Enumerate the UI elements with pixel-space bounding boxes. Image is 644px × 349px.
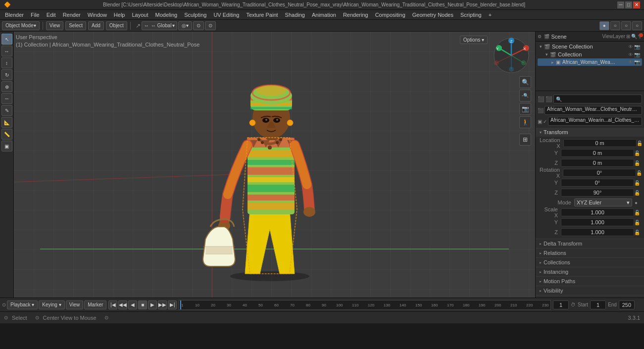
close-button[interactable]: ✕ xyxy=(633,1,640,8)
minimize-button[interactable]: ─ xyxy=(617,1,624,8)
menu-item-sculpting[interactable]: Sculpting xyxy=(181,11,209,19)
new-collection-icon[interactable]: 🎬 xyxy=(544,34,549,39)
left-tool-5[interactable]: ─ xyxy=(1,93,12,104)
mode-dropdown[interactable]: Object Mode ▾ xyxy=(2,21,40,30)
play-button[interactable]: ▶ xyxy=(148,300,157,309)
camera-icon-3[interactable]: 📷 xyxy=(634,59,640,65)
menu-item-rendering[interactable]: Rendering xyxy=(340,11,371,19)
data-name-field[interactable]: African_Woman_Wearin...al_Clothes_Neutra… xyxy=(548,117,642,126)
menu-item-render[interactable]: Render xyxy=(60,11,84,19)
search-icon[interactable]: 🔍 xyxy=(631,34,637,39)
jump-start-button[interactable]: |◀ xyxy=(108,300,117,309)
instancing-header[interactable]: ▸ Instancing xyxy=(536,267,644,276)
left-tool-4[interactable]: ⊕ xyxy=(1,81,12,92)
prop-search-box[interactable]: 🔍 xyxy=(553,95,642,103)
step-back-button[interactable]: ◀◀ xyxy=(118,300,127,309)
marker-btn[interactable]: Marker xyxy=(84,300,106,309)
menu-item-scripting[interactable]: Scripting xyxy=(457,11,485,19)
tree-item-collection[interactable]: ▾ 🎬 Collection 👁 📷 xyxy=(538,50,642,58)
scale-y-input[interactable] xyxy=(561,218,634,226)
menu-item-modeling[interactable]: Modeling xyxy=(152,11,180,19)
left-tool-7[interactable]: 📐 xyxy=(1,117,12,128)
shading-material[interactable]: ○ xyxy=(610,21,620,30)
left-tool-1[interactable]: ↔ xyxy=(1,46,12,56)
start-frame-input[interactable] xyxy=(590,300,606,309)
left-tool-0[interactable]: ↖ xyxy=(1,34,12,45)
playback-dropdown[interactable]: Playback ▾ xyxy=(7,300,38,309)
jump-end-button[interactable]: ▶| xyxy=(168,300,177,309)
eye-icon[interactable]: 👁 xyxy=(628,44,633,50)
rot-lock-z-icon[interactable]: 🔓 xyxy=(634,190,640,196)
menu-item-geometry-nodes[interactable]: Geometry Nodes xyxy=(409,11,456,19)
timeline-ruler[interactable]: 1 10 20 30 40 50 60 70 80 90 100 110 120… xyxy=(179,300,551,310)
left-tool-8[interactable]: 📏 xyxy=(1,129,12,140)
step-forward-button[interactable]: ▶▶ xyxy=(158,300,167,309)
scale-z-input[interactable] xyxy=(561,228,634,236)
tree-item-object[interactable]: ▸ ▣ African_Woman_Wearing_Traditio... 👁 … xyxy=(538,58,642,66)
stop-button[interactable]: ■ xyxy=(138,300,147,309)
menu-item-help[interactable]: Help xyxy=(111,11,128,19)
lock-y-icon[interactable]: 🔓 xyxy=(634,150,640,156)
render-region-icon[interactable]: ⊞ xyxy=(519,134,531,146)
current-frame-input[interactable] xyxy=(553,300,569,309)
scene-expand-icon[interactable]: ⊞ xyxy=(626,34,630,39)
menu-item-+[interactable]: + xyxy=(486,11,495,19)
collections-header[interactable]: ▸ Collections xyxy=(536,257,644,267)
filter-icon[interactable]: ⚙ xyxy=(538,34,542,39)
shading-rendered[interactable]: ○ xyxy=(621,21,631,30)
transform-dropdown[interactable]: ↔ ↔ Global ▾ xyxy=(142,21,178,30)
snap-btn[interactable]: ⊙ xyxy=(193,21,204,30)
rot-lock-y-icon[interactable]: 🔓 xyxy=(634,180,640,186)
relations-header[interactable]: ▸ Relations xyxy=(536,248,644,257)
rotation-x-input[interactable] xyxy=(563,169,636,177)
rotation-mode-dropdown[interactable]: XYZ Euler ▾ xyxy=(574,199,632,206)
menu-item-window[interactable]: Window xyxy=(85,11,110,19)
viewport[interactable]: User Perspective (1) Collection | Africa… xyxy=(14,32,535,298)
rotation-z-input[interactable] xyxy=(561,189,634,197)
delta-transform-header[interactable]: ▸ Delta Transform xyxy=(536,239,644,248)
shading-wireframe[interactable]: ○ xyxy=(632,21,642,30)
view-menu[interactable]: View xyxy=(46,21,64,30)
select-menu[interactable]: Select xyxy=(65,21,86,30)
location-x-input[interactable] xyxy=(563,139,637,147)
menu-item-blender[interactable]: Blender xyxy=(2,11,27,19)
tree-item-scene-collection[interactable]: ▾ 🎬 Scene Collection 👁 📷 xyxy=(538,43,642,50)
scale-lock-z-icon[interactable]: 🔓 xyxy=(634,230,640,235)
menu-item-edit[interactable]: Edit xyxy=(44,11,59,19)
shading-solid[interactable]: ● xyxy=(599,21,609,30)
camera-icon[interactable]: 📷 xyxy=(634,44,640,50)
viewport-display-header[interactable]: ▸ Viewport Display xyxy=(536,295,644,298)
menu-item-animation[interactable]: Animation xyxy=(309,11,339,19)
menu-item-file[interactable]: File xyxy=(28,11,43,19)
scale-lock-y-icon[interactable]: 🔓 xyxy=(634,220,640,225)
visibility-header[interactable]: ▸ Visibility xyxy=(536,286,644,295)
eye-icon-3[interactable]: 👁 xyxy=(628,59,633,65)
transform-section-header[interactable]: ▾ Transform xyxy=(536,128,644,137)
scale-x-input[interactable] xyxy=(561,208,634,216)
location-z-input[interactable] xyxy=(561,159,634,167)
proportional-btn[interactable]: ⊙ xyxy=(205,21,216,30)
motion-paths-header[interactable]: ▸ Motion Paths xyxy=(536,276,644,286)
menu-item-texture-paint[interactable]: Texture Paint xyxy=(243,11,281,19)
walk-navigation-icon[interactable]: 🚶 xyxy=(519,116,531,128)
camera-icon-2[interactable]: 📷 xyxy=(634,52,640,57)
orientation-gizmo[interactable]: X Y Z xyxy=(492,36,531,75)
left-tool-6[interactable]: ✎ xyxy=(1,105,12,116)
add-menu[interactable]: Add xyxy=(88,21,104,30)
left-tool-3[interactable]: ↻ xyxy=(1,69,12,80)
menu-item-shading[interactable]: Shading xyxy=(282,11,308,19)
keying-dropdown[interactable]: Keying ▾ xyxy=(39,300,64,309)
lock-z-icon[interactable]: 🔓 xyxy=(634,160,640,166)
menu-item-layout[interactable]: Layout xyxy=(129,11,151,19)
timeline-view-btn[interactable]: View xyxy=(66,300,84,309)
lock-x-icon[interactable]: 🔓 xyxy=(637,141,643,146)
rotation-y-input[interactable] xyxy=(561,179,634,187)
eye-icon-2[interactable]: 👁 xyxy=(628,52,633,57)
play-back-button[interactable]: ◀ xyxy=(128,300,137,309)
menu-item-compositing[interactable]: Compositing xyxy=(372,11,408,19)
zoom-out-icon[interactable]: -🔍 xyxy=(519,90,531,101)
left-tool-2[interactable]: ↕ xyxy=(1,57,12,68)
rot-lock-x-icon[interactable]: 🔓 xyxy=(636,170,642,176)
scale-lock-x-icon[interactable]: 🔓 xyxy=(634,210,640,215)
left-tool-9[interactable]: ▣ xyxy=(1,141,12,151)
